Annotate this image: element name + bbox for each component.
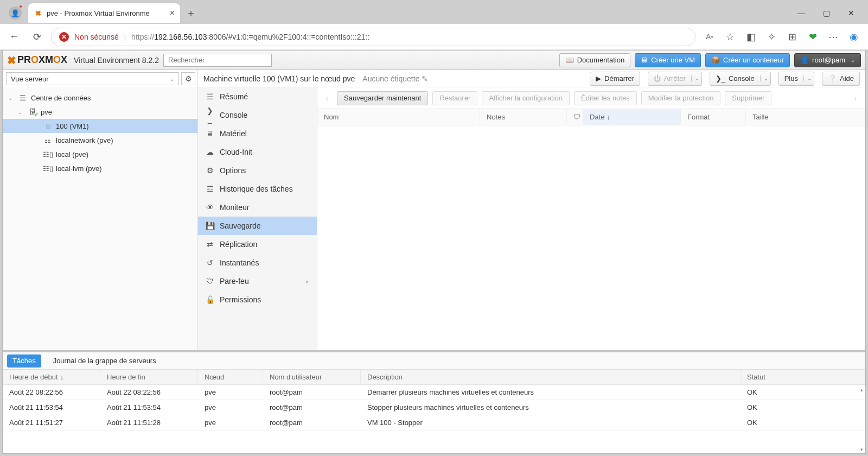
list-icon: ☲ bbox=[206, 185, 214, 193]
proxmox-logo: ✖ PROXMOX bbox=[7, 54, 67, 67]
col-size[interactable]: Taille bbox=[746, 109, 865, 125]
chevron-down-icon[interactable]: ⌄ bbox=[803, 75, 812, 81]
show-config-button[interactable]: Afficher la configuration bbox=[482, 91, 570, 105]
scroll-right-icon[interactable]: › bbox=[850, 94, 861, 103]
window-maximize-button[interactable]: ▢ bbox=[814, 4, 839, 22]
extensions-icon[interactable]: ⊞ bbox=[783, 28, 801, 46]
chevron-down-icon[interactable]: ⌄ bbox=[18, 109, 24, 115]
user-menu-button[interactable]: 👤root@pam⌄ bbox=[794, 53, 861, 67]
menu-monitor[interactable]: 👁Moniteur bbox=[198, 198, 317, 217]
back-button[interactable]: ← bbox=[5, 28, 23, 46]
unlock-icon: 🔓 bbox=[206, 295, 214, 304]
window-close-button[interactable]: ✕ bbox=[839, 4, 864, 22]
chevron-down-icon[interactable]: ⌄ bbox=[8, 95, 15, 101]
restore-button[interactable]: Restaurer bbox=[432, 91, 477, 105]
view-select[interactable]: Vue serveur⌄ bbox=[6, 72, 179, 85]
browser-tab-strip: 👤 ✖ pve - Proxmox Virtual Environme × ＋ … bbox=[0, 0, 868, 24]
col-format[interactable]: Format bbox=[681, 109, 746, 125]
cube-icon: 📦 bbox=[711, 56, 720, 64]
more-button[interactable]: Plus⌄ bbox=[778, 72, 814, 86]
chevron-right-icon: ▸ bbox=[306, 278, 309, 285]
create-container-button[interactable]: 📦Créer un conteneur bbox=[705, 53, 790, 67]
task-row[interactable]: Août 21 11:53:54Août 21 11:53:54pveroot@… bbox=[3, 400, 865, 415]
menu-replication[interactable]: ⇄Réplication bbox=[198, 235, 317, 254]
start-button[interactable]: ▶Démarrer bbox=[590, 72, 640, 86]
more-icon[interactable]: ⋯ bbox=[825, 28, 842, 46]
tree-node-pve[interactable]: ⌄🗄pve bbox=[3, 105, 197, 119]
sort-desc-icon: ↓ bbox=[607, 113, 610, 121]
help-icon: ❔ bbox=[828, 74, 837, 83]
network-icon: ⚏ bbox=[43, 136, 53, 144]
task-row[interactable]: Août 22 08:22:56Août 22 08:22:56pveroot@… bbox=[3, 385, 865, 400]
favorite-icon[interactable]: ☆ bbox=[722, 28, 739, 46]
tags-area[interactable]: Aucune étiquette✎ bbox=[362, 74, 428, 83]
scrollbar[interactable]: ▴▾ bbox=[859, 387, 864, 452]
documentation-button[interactable]: 📖Documentation bbox=[559, 53, 630, 67]
settings-gear-button[interactable]: ⚙ bbox=[181, 72, 195, 85]
console-button[interactable]: ❯_Console⌄ bbox=[710, 72, 771, 86]
menu-task-history[interactable]: ☲Historique des tâches bbox=[198, 180, 317, 198]
search-input[interactable] bbox=[163, 54, 272, 67]
backup-panel: ‹ Sauvegarder maintenant Restaurer Affic… bbox=[317, 87, 865, 350]
tree-local-storage[interactable]: ☷▯local (pve) bbox=[3, 147, 197, 161]
tab-tasks[interactable]: Tâches bbox=[7, 354, 41, 368]
summary-icon: ☰ bbox=[206, 92, 214, 101]
tree-localnetwork[interactable]: ⚏localnetwork (pve) bbox=[3, 133, 197, 147]
menu-backup[interactable]: 💾Sauvegarde bbox=[198, 217, 317, 235]
power-icon: ⏻ bbox=[654, 74, 661, 83]
menu-firewall[interactable]: 🛡Pare-feu▸ bbox=[198, 272, 317, 290]
menu-cloud-init[interactable]: ☁Cloud-Init bbox=[198, 143, 317, 161]
col-notes[interactable]: Notes bbox=[480, 109, 567, 125]
col-node[interactable]: Nœud bbox=[198, 370, 263, 384]
address-bar[interactable]: ✕ Non sécurisé | https://192.168.56.103:… bbox=[51, 28, 695, 46]
menu-options[interactable]: ⚙Options bbox=[198, 161, 317, 180]
tab-close-icon[interactable]: × bbox=[170, 8, 175, 18]
create-vm-button[interactable]: 🖥Créer une VM bbox=[635, 53, 701, 67]
read-aloud-icon[interactable]: A» bbox=[701, 28, 718, 46]
delete-button[interactable]: Supprimer bbox=[725, 91, 771, 105]
history-icon: ↺ bbox=[206, 258, 214, 267]
col-description[interactable]: Description bbox=[361, 370, 741, 384]
tab-cluster-log[interactable]: Journal de la grappe de serveurs bbox=[48, 354, 162, 368]
menu-summary[interactable]: ☰Résumé bbox=[198, 87, 317, 106]
tasks-header: Heure de début ↓ Heure de fin Nœud Nom d… bbox=[3, 370, 865, 385]
col-protected[interactable]: 🛡 bbox=[567, 109, 583, 125]
browser-tab[interactable]: ✖ pve - Proxmox Virtual Environme × bbox=[28, 3, 180, 23]
shutdown-button[interactable]: ⏻Arrêter⌄ bbox=[648, 72, 702, 86]
performance-icon[interactable]: ❤ bbox=[804, 28, 821, 46]
new-tab-button[interactable]: ＋ bbox=[182, 4, 200, 22]
backup-now-button[interactable]: Sauvegarder maintenant bbox=[337, 91, 428, 105]
menu-hardware[interactable]: 🖥Matériel bbox=[198, 124, 317, 143]
tree-local-lvm-storage[interactable]: ☷▯local-lvm (pve) bbox=[3, 161, 197, 175]
monitor-icon: 🖥 bbox=[641, 56, 648, 64]
menu-permissions[interactable]: 🔓Permissions bbox=[198, 290, 317, 309]
copilot-icon[interactable]: ◉ bbox=[845, 28, 863, 46]
refresh-button[interactable]: ⟳ bbox=[28, 28, 46, 46]
menu-console[interactable]: ❯_Console bbox=[198, 106, 317, 124]
browser-nav-bar: ← ⟳ ✕ Non sécurisé | https://192.168.56.… bbox=[0, 24, 868, 50]
col-status[interactable]: Statut bbox=[741, 370, 865, 384]
storage-icon: ☷▯ bbox=[43, 150, 53, 159]
window-minimize-button[interactable]: — bbox=[789, 4, 814, 22]
tasks-body: ▴▾ Août 22 08:22:56Août 22 08:22:56pvero… bbox=[3, 385, 865, 453]
col-start-time[interactable]: Heure de début ↓ bbox=[3, 370, 100, 384]
edit-notes-button[interactable]: Éditer les notes bbox=[574, 91, 637, 105]
chevron-down-icon[interactable]: ⌄ bbox=[760, 75, 768, 81]
help-button[interactable]: ❔Aide bbox=[822, 72, 860, 86]
col-user[interactable]: Nom d'utilisateur bbox=[263, 370, 361, 384]
col-date[interactable]: Date ↓ bbox=[583, 109, 681, 125]
profile-button[interactable]: 👤 bbox=[4, 3, 26, 23]
chevron-down-icon[interactable]: ⌄ bbox=[691, 75, 699, 81]
col-end-time[interactable]: Heure de fin bbox=[100, 370, 198, 384]
scroll-left-icon[interactable]: ‹ bbox=[322, 94, 333, 103]
save-icon: 💾 bbox=[206, 221, 214, 230]
collections-icon[interactable]: ✧ bbox=[763, 28, 780, 46]
tree-vm-100[interactable]: 🖥100 (VM1) bbox=[3, 119, 197, 133]
menu-snapshots[interactable]: ↺Instantanés bbox=[198, 254, 317, 272]
split-screen-icon[interactable]: ◧ bbox=[742, 28, 760, 46]
task-row[interactable]: Août 21 11:51:27Août 21 11:51:28pveroot@… bbox=[3, 415, 865, 430]
tab-favicon: ✖ bbox=[34, 9, 42, 17]
col-name[interactable]: Nom bbox=[317, 109, 480, 125]
change-protection-button[interactable]: Modifier la protection bbox=[641, 91, 721, 105]
tree-datacenter[interactable]: ⌄☰Centre de données bbox=[3, 91, 197, 105]
